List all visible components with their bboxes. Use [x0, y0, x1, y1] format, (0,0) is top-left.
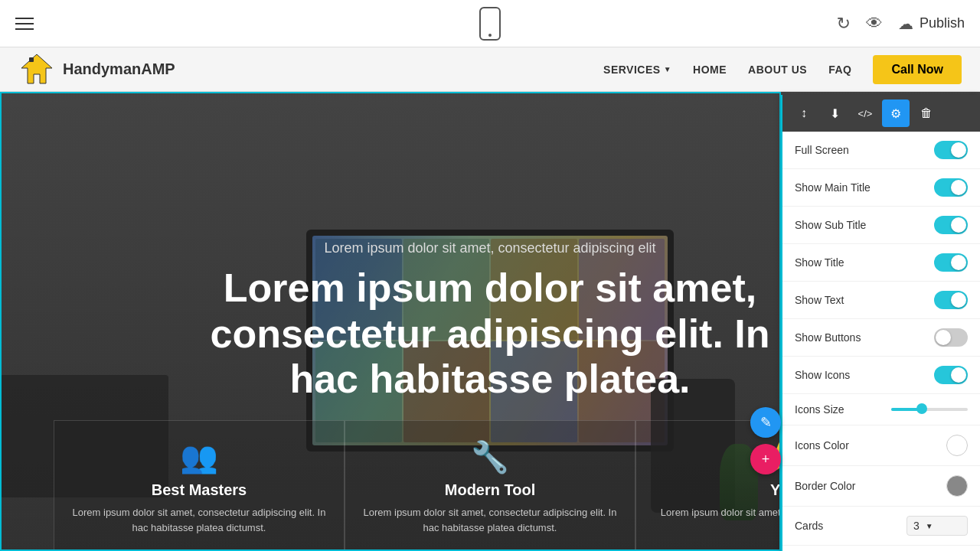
nav-item-about[interactable]: ABOUT US	[748, 64, 807, 76]
setting-icons-size: Icons Size	[782, 394, 980, 425]
card-1-title: Best Masters	[70, 481, 328, 499]
setting-show-buttons: Show Buttons	[782, 319, 980, 357]
logo-icon	[18, 51, 55, 88]
floating-buttons: ✎ +	[750, 407, 781, 474]
show-icons-toggle[interactable]	[934, 366, 968, 384]
border-color-swatch[interactable]	[946, 475, 968, 497]
site-logo: HandymanAMP	[18, 51, 175, 88]
settings-button[interactable]: ⚙	[882, 99, 910, 127]
show-title-toggle[interactable]	[934, 253, 968, 272]
card-2-title: Modern Tool	[361, 481, 619, 499]
site-title: HandymanAMP	[63, 60, 175, 78]
delete-button[interactable]: 🗑	[913, 99, 940, 127]
card-1-icon: 👥	[70, 439, 328, 475]
show-buttons-label: Show Buttons	[795, 331, 861, 344]
cards-dropdown[interactable]: 3 ▼	[906, 516, 968, 536]
hero-title: Lorem ipsum dolor sit amet, consectetur …	[207, 266, 773, 403]
nav-item-home[interactable]: HOME	[693, 64, 727, 76]
show-main-title-label: Show Main Title	[795, 181, 871, 194]
hero-content: Lorem ipsum dolor sit amet, consectetur …	[191, 240, 789, 403]
show-buttons-toggle[interactable]	[934, 328, 968, 347]
site-header: HandymanAMP SERVICES ▼ HOME ABOUT US FAQ…	[0, 47, 980, 92]
toolbar-left	[15, 18, 34, 30]
show-text-toggle[interactable]	[934, 291, 968, 309]
show-sub-title-label: Show Sub Title	[795, 219, 866, 231]
site-nav: SERVICES ▼ HOME ABOUT US FAQ Call Now	[603, 55, 962, 84]
icons-color-swatch[interactable]	[946, 435, 968, 456]
publish-button[interactable]: ☁ Publish	[898, 15, 965, 33]
icons-size-slider[interactable]	[891, 408, 968, 411]
setting-show-text: Show Text	[782, 282, 980, 319]
chevron-down-icon: ▼	[664, 65, 671, 73]
download-button[interactable]: ⬇	[821, 99, 848, 127]
icons-color-label: Icons Color	[795, 439, 849, 452]
plus-icon: +	[762, 452, 770, 468]
cards-value: 3	[913, 520, 920, 532]
hamburger-menu[interactable]	[15, 18, 34, 30]
full-screen-label: Full Screen	[795, 144, 849, 156]
edit-float-button[interactable]: ✎	[750, 407, 781, 438]
nav-item-faq[interactable]: FAQ	[828, 64, 851, 76]
svg-marker-0	[21, 54, 52, 83]
settings-body: Full Screen Show Main Title Show Sub Tit…	[782, 132, 980, 551]
toolbar-right: ↺ 👁 ☁ Publish	[837, 14, 965, 34]
setting-show-icons: Show Icons	[782, 357, 980, 394]
cards-label: Cards	[795, 520, 823, 532]
preview-icon[interactable]: 👁	[866, 14, 883, 34]
toolbar-center	[479, 7, 501, 41]
setting-cards: Cards 3 ▼	[782, 507, 980, 546]
show-main-title-toggle[interactable]	[934, 178, 968, 197]
setting-show-title: Show Title	[782, 244, 980, 282]
add-float-button[interactable]: +	[750, 444, 781, 474]
code-button[interactable]: </>	[851, 99, 879, 127]
setting-full-screen: Full Screen	[782, 132, 980, 169]
call-now-button[interactable]: Call Now	[873, 55, 962, 84]
pencil-icon: ✎	[760, 414, 772, 431]
mobile-preview-icon[interactable]	[479, 7, 501, 41]
setting-background-color: Background Color	[782, 546, 980, 551]
card-2: 🔧 Modern Tool Lorem ipsum dolor sit amet…	[345, 420, 635, 551]
setting-border-color: Border Color	[782, 466, 980, 507]
svg-rect-1	[29, 57, 34, 62]
show-icons-label: Show Icons	[795, 369, 850, 381]
undo-icon[interactable]: ↺	[837, 14, 851, 34]
nav-item-services[interactable]: SERVICES ▼	[603, 64, 671, 76]
setting-show-sub-title: Show Sub Title	[782, 207, 980, 244]
border-color-label: Border Color	[795, 480, 855, 492]
show-title-label: Show Title	[795, 256, 844, 269]
full-screen-toggle[interactable]	[934, 141, 968, 159]
icons-size-label: Icons Size	[795, 403, 844, 416]
setting-icons-color: Icons Color	[782, 425, 980, 466]
cards-chevron-icon: ▼	[926, 522, 933, 530]
card-2-text: Lorem ipsum dolor sit amet, consectetur …	[361, 505, 619, 535]
card-2-icon: 🔧	[361, 439, 619, 475]
reorder-button[interactable]: ↕	[790, 99, 818, 127]
setting-show-main-title: Show Main Title	[782, 169, 980, 207]
card-1-text: Lorem ipsum dolor sit amet, consectetur …	[70, 505, 328, 535]
top-toolbar: ↺ 👁 ☁ Publish	[0, 0, 980, 47]
card-1: 👥 Best Masters Lorem ipsum dolor sit ame…	[54, 420, 345, 551]
publish-label: Publish	[920, 15, 965, 31]
settings-panel: ↕ ⬇ </> ⚙ 🗑 Full Screen	[781, 95, 980, 551]
show-sub-title-toggle[interactable]	[934, 216, 968, 234]
show-text-label: Show Text	[795, 294, 844, 306]
hero-subtitle: Lorem ipsum dolor sit amet, consectetur …	[207, 240, 773, 256]
settings-toolbar: ↕ ⬇ </> ⚙ 🗑	[782, 95, 980, 132]
publish-cloud-icon: ☁	[898, 15, 913, 33]
